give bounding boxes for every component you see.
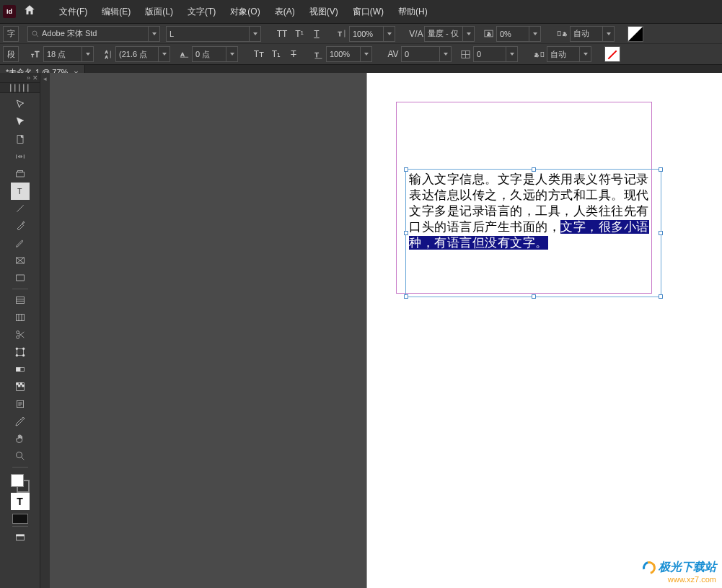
handle-tr[interactable] [659,167,663,172]
menu-edit[interactable]: 编辑(E) [94,3,138,21]
hscale-dropdown[interactable] [361,46,372,62]
canvas[interactable]: 输入文字信息。文字是人类用表义符号记录表达信息以传之，久远的方式和工具。现代文字… [50,73,722,588]
text-frame[interactable]: 输入文字信息。文字是人类用表义符号记录表达信息以传之，久远的方式和工具。现代文字… [405,169,661,297]
pen-tool[interactable] [11,217,30,234]
leading-dropdown[interactable] [159,46,170,62]
page-tool[interactable] [11,131,30,148]
note-tool[interactable] [11,395,30,413]
hand-tool[interactable] [11,430,30,447]
tracking-dropdown[interactable] [440,46,452,62]
scissors-tool[interactable] [11,326,30,343]
baseline-icon: A [176,46,192,62]
baseline-dropdown[interactable] [226,46,238,62]
vscale-field[interactable]: 100% [349,26,384,42]
handle-bl[interactable] [404,294,408,299]
menu-object[interactable]: 对象(O) [223,3,267,21]
svg-rect-27 [16,297,24,303]
baseline-field[interactable]: 0 点 [192,46,226,62]
menu-type[interactable]: 文字(T) [180,3,223,21]
pencil-tool[interactable] [11,234,30,252]
svg-rect-56 [16,535,24,536]
vscale-dropdown[interactable] [384,26,395,42]
svg-text:あ: あ [562,31,566,37]
svg-rect-26 [16,275,24,281]
kerning-field[interactable]: 量度 - 仅 [424,26,463,42]
kerning-dropdown[interactable] [463,26,475,42]
handle-tm[interactable] [532,167,536,172]
svg-text:T: T [17,187,22,196]
subscript-icon[interactable]: T₁ [268,46,284,62]
free-transform-tool[interactable] [11,343,30,361]
aki-before-dropdown[interactable] [603,26,615,42]
aki-before-field[interactable]: 自动 [570,26,603,42]
type-tool[interactable]: T [11,183,30,200]
content-collector-tool[interactable] [11,165,30,183]
menu-help[interactable]: 帮助(H) [391,3,435,21]
tsume-field[interactable]: 0% [496,26,529,42]
tool-panel-grip[interactable]: ┃┃┃┃┃ [0,83,40,93]
menu-view[interactable]: 视图(V) [302,3,345,21]
hscale-field[interactable]: 100% [326,46,361,62]
gradient-swatch-tool[interactable] [11,361,30,378]
formatting-text-toggle[interactable]: T [11,493,30,510]
home-icon[interactable] [23,4,39,19]
smallcaps-icon[interactable]: Tᴛ [251,46,267,62]
font-style-dropdown[interactable] [250,26,261,42]
menu-file[interactable]: 文件(F) [52,3,94,21]
fill-text-swatch[interactable] [628,26,643,42]
handle-br[interactable] [659,294,663,299]
rectangle-frame-tool[interactable] [11,252,30,269]
svg-point-41 [22,354,25,356]
fill-stroke-swatch[interactable] [11,474,30,493]
rectangle-tool[interactable] [11,269,30,286]
strikethrough-icon[interactable]: T [286,46,301,62]
font-family-dropdown[interactable] [149,26,160,42]
line-tool[interactable] [11,200,30,217]
vscale-icon: T [333,26,349,42]
svg-line-22 [17,205,23,211]
tool-panel-header[interactable]: »✕ [0,73,40,83]
gap-tool[interactable] [11,148,30,165]
horizontal-grid-tool[interactable] [11,291,30,309]
eyedropper-tool[interactable] [11,413,30,430]
apply-color-swatch[interactable] [12,514,28,524]
document-page[interactable]: 输入文字信息。文字是人类用表义符号记录表达信息以传之，久远的方式和工具。现代文字… [367,73,722,588]
screen-mode-tool[interactable] [11,529,30,546]
vertical-grid-tool[interactable] [11,309,30,326]
aki-after-field[interactable]: 自动 [547,46,580,62]
fontsize-field[interactable]: 18 点 [43,46,82,62]
svg-rect-19 [16,172,24,177]
char-panel-toggle[interactable]: 字 [3,26,19,42]
svg-text:T: T [35,51,39,58]
allcaps-icon[interactable]: TT [274,26,290,42]
text-content[interactable]: 输入文字信息。文字是人类用表义符号记录表达信息以传之，久远的方式和工具。现代文字… [409,172,658,251]
tsume-dropdown[interactable] [529,26,541,42]
leading-field[interactable]: (21.6 点 [115,46,159,62]
handle-ml[interactable] [404,231,408,235]
skew-field[interactable]: 0 [473,46,506,62]
selection-tool[interactable] [11,96,30,113]
tracking-field[interactable]: 0 [401,46,440,62]
handle-tl[interactable] [404,167,408,172]
tool-panel: »✕ ┃┃┃┃┃ T [0,73,40,588]
font-style-combo[interactable]: L [166,26,250,42]
aki-after-dropdown[interactable] [580,46,591,62]
font-family-combo[interactable]: Adobe 宋体 Std [27,26,149,42]
canvas-area: 输入文字信息。文字是人类用表义符号记录表达信息以传之，久远的方式和工具。现代文字… [50,73,722,588]
handle-mr[interactable] [659,231,663,235]
zoom-tool[interactable] [11,447,30,465]
svg-text:A: A [180,51,184,58]
stroke-text-swatch[interactable] [604,46,620,62]
underline-icon[interactable]: T [309,26,325,42]
menu-window[interactable]: 窗口(W) [345,3,391,21]
menu-table[interactable]: 表(A) [268,3,302,21]
fontsize-dropdown[interactable] [82,46,94,62]
superscript-icon[interactable]: T¹ [291,26,307,42]
handle-bm[interactable] [532,294,536,299]
direct-selection-tool[interactable] [11,113,30,131]
menu-layout[interactable]: 版面(L) [138,3,180,21]
para-panel-toggle[interactable]: 段 [3,46,19,62]
collapsed-panel-strip[interactable]: ◂ [40,73,50,588]
skew-dropdown[interactable] [506,46,518,62]
gradient-feather-tool[interactable] [11,378,30,395]
